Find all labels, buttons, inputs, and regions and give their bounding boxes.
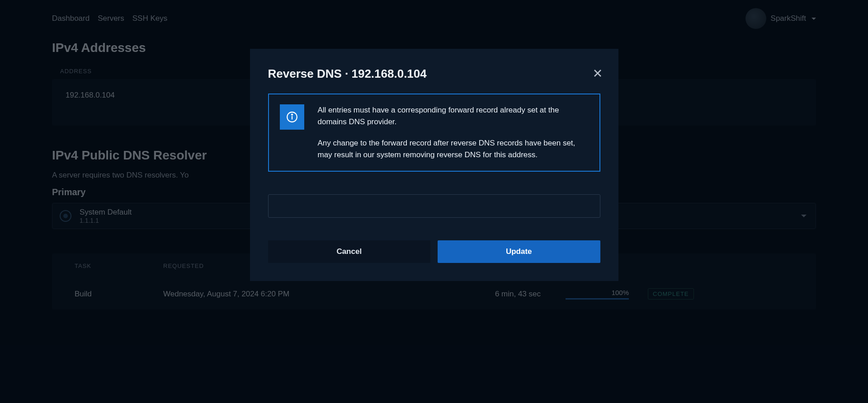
info-icon (280, 104, 304, 130)
info-text: All entries must have a corresponding fo… (318, 104, 589, 161)
close-button[interactable] (590, 66, 605, 80)
cancel-button[interactable]: Cancel (268, 240, 431, 263)
info-box: All entries must have a corresponding fo… (268, 94, 600, 172)
info-paragraph-2: Any change to the forward record after r… (318, 137, 589, 161)
update-button[interactable]: Update (438, 240, 600, 263)
close-icon (593, 69, 602, 78)
modal-overlay: Reverse DNS · 192.168.0.104 All entries … (0, 0, 868, 403)
svg-point-2 (291, 114, 292, 115)
modal-buttons: Cancel Update (268, 240, 600, 263)
modal-title: Reverse DNS · 192.168.0.104 (268, 67, 600, 81)
reverse-dns-modal: Reverse DNS · 192.168.0.104 All entries … (250, 49, 618, 281)
info-paragraph-1: All entries must have a corresponding fo… (318, 104, 589, 128)
reverse-dns-input[interactable] (268, 194, 600, 218)
